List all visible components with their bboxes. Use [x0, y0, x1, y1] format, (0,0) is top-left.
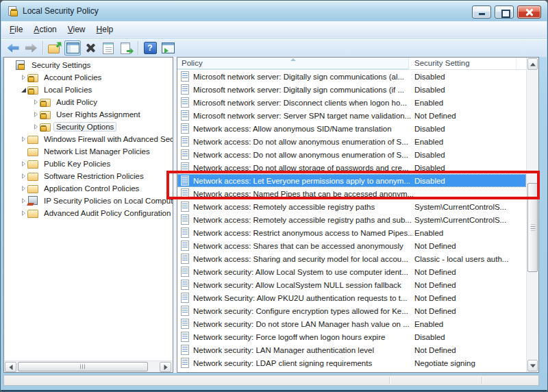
tree-item[interactable]: Public Key Policies	[4, 158, 173, 170]
policy-row[interactable]: Network security: Force logoff when logo…	[177, 330, 526, 343]
tree-item[interactable]: Security Settings	[4, 59, 173, 71]
policy-row[interactable]: Network security: Allow Local System to …	[177, 265, 526, 278]
export-list-button[interactable]	[118, 40, 134, 56]
policy-name: Microsoft network server: Server SPN tar…	[193, 112, 413, 120]
tree-item[interactable]: Audit Policy	[4, 96, 173, 108]
policy-row[interactable]: Network security: Configure encryption t…	[177, 304, 526, 317]
policy-row[interactable]: Network security: LAN Manager authentica…	[177, 343, 526, 356]
policy-row[interactable]: Network access: Remotely accessible regi…	[177, 200, 526, 213]
policy-doc-icon	[181, 110, 189, 121]
policy-row[interactable]: Network access: Named Pipes that can be …	[177, 187, 526, 200]
export-folder-button[interactable]	[47, 40, 63, 56]
security-setting-value: Disabled	[413, 333, 526, 341]
console-tree-pane: Security Settings Account Policies Local…	[3, 57, 173, 373]
policy-doc-icon	[181, 84, 189, 95]
policy-doc-icon	[181, 241, 189, 251]
policy-row[interactable]: Network access: Do not allow storage of …	[177, 161, 526, 174]
expander-icon[interactable]	[20, 160, 27, 168]
expander-icon[interactable]	[20, 74, 27, 82]
expander-icon[interactable]	[20, 197, 27, 205]
tree-item[interactable]: Windows Firewall with Advanced Security	[4, 133, 173, 145]
policy-doc-icon	[181, 188, 189, 199]
back-button[interactable]	[5, 40, 21, 56]
tree-item-label: IP Security Policies on Local Computer	[41, 196, 173, 206]
toolbar	[1, 39, 547, 57]
policy-row[interactable]: Network access: Remotely accessible regi…	[177, 213, 526, 226]
policy-doc-icon	[181, 293, 189, 303]
help-button[interactable]	[142, 40, 158, 56]
menu-item[interactable]: Help	[91, 23, 119, 36]
policy-name: Network security: Allow LocalSystem NULL…	[193, 281, 413, 289]
policy-doc-icon	[181, 228, 189, 238]
titlebar: Local Security Policy	[1, 1, 547, 21]
scroll-right-button[interactable]	[160, 362, 171, 372]
expander-icon[interactable]	[20, 173, 27, 180]
tree-horizontal-scrollbar[interactable]	[4, 360, 173, 372]
menu-bar: FileActionViewHelp	[1, 21, 547, 38]
policy-row[interactable]: Network security: Allow LocalSystem NULL…	[177, 278, 526, 291]
policy-doc-icon	[181, 201, 189, 212]
tree-item-label: Advanced Audit Policy Configuration	[41, 208, 173, 218]
minimize-button[interactable]	[472, 5, 491, 19]
expander-icon[interactable]	[32, 99, 40, 106]
tree-item-label: Software Restriction Policies	[41, 171, 147, 181]
tree-item[interactable]: Local Policies	[4, 84, 173, 96]
column-header-security-setting[interactable]: Security Setting	[409, 58, 516, 69]
policy-row[interactable]: Microsoft network server: Digitally sign…	[177, 70, 526, 83]
policy-row[interactable]: Network access: Restrict anonymous acces…	[177, 226, 526, 239]
expander-icon[interactable]	[8, 62, 15, 69]
tree-item-label: Audit Policy	[53, 97, 100, 107]
horizontal-scroll-thumb[interactable]	[18, 362, 148, 371]
policy-list-pane: Policy Security Setting Microsoft networ…	[177, 57, 539, 373]
console-tree-toggle-button[interactable]	[64, 40, 81, 56]
tree-item[interactable]: IP Security Policies on Local Computer	[4, 195, 173, 207]
tree-item-icon	[27, 196, 39, 206]
security-setting-value: Negotiate signing	[413, 359, 526, 367]
scroll-up-button[interactable]	[527, 58, 538, 70]
expander-icon[interactable]	[20, 148, 27, 156]
tree-item[interactable]: User Rights Assignment	[4, 108, 173, 121]
expander-icon[interactable]	[32, 123, 40, 131]
policy-row[interactable]: Microsoft network server: Disconnect cli…	[177, 96, 526, 109]
tree-item[interactable]: Advanced Audit Policy Configuration	[4, 207, 173, 219]
properties-button[interactable]	[100, 40, 116, 56]
policy-row[interactable]: Network access: Do not allow anonymous e…	[177, 135, 526, 148]
restore-button[interactable]	[495, 5, 514, 19]
expander-icon[interactable]	[20, 136, 27, 143]
tree-item[interactable]: Account Policies	[4, 71, 173, 84]
policy-row[interactable]: Microsoft network server: Digitally sign…	[177, 83, 526, 96]
vertical-scroll-thumb[interactable]	[527, 183, 538, 272]
policy-row[interactable]: Network access: Do not allow anonymous e…	[177, 148, 526, 161]
policy-row[interactable]: Network access: Sharing and security mod…	[177, 252, 526, 265]
tree-item[interactable]: Security Options	[4, 121, 173, 133]
security-setting-value: Disabled	[413, 177, 526, 185]
list-vertical-scrollbar[interactable]	[526, 58, 538, 372]
menu-item[interactable]: File	[4, 23, 28, 36]
tree-item[interactable]: Network List Manager Policies	[4, 145, 173, 158]
policy-row[interactable]: Network security: Do not store LAN Manag…	[177, 317, 526, 330]
policy-row[interactable]: Microsoft network server: Server SPN tar…	[177, 109, 526, 122]
policy-row[interactable]: Network access: Allow anonymous SID/Name…	[177, 122, 526, 135]
policy-row[interactable]: Network security: LDAP client signing re…	[177, 356, 526, 369]
menu-item[interactable]: Action	[28, 23, 62, 36]
menu-item[interactable]: View	[62, 23, 91, 36]
scroll-down-button[interactable]	[527, 360, 538, 371]
policy-row[interactable]: Network access: Let Everyone permissions…	[177, 174, 526, 187]
column-label-security-setting: Security Setting	[414, 59, 470, 67]
expander-icon[interactable]	[20, 210, 27, 217]
tree: Security Settings Account Policies Local…	[4, 59, 173, 360]
column-header-policy[interactable]: Policy	[177, 58, 409, 69]
expander-icon[interactable]	[20, 86, 27, 94]
tree-item[interactable]: Application Control Policies	[4, 182, 173, 195]
new-window-button[interactable]	[160, 40, 176, 56]
tree-item[interactable]: Software Restriction Policies	[4, 170, 173, 182]
close-button[interactable]	[517, 5, 541, 19]
policy-row[interactable]: Network access: Shares that can be acces…	[177, 239, 526, 252]
policy-row[interactable]: Network Security: Allow PKU2U authentica…	[177, 291, 526, 304]
forward-button[interactable]	[23, 40, 39, 56]
policy-name: Network security: LAN Manager authentica…	[193, 346, 413, 354]
delete-button[interactable]	[82, 40, 99, 56]
scroll-left-button[interactable]	[5, 362, 16, 372]
expander-icon[interactable]	[20, 185, 27, 193]
expander-icon[interactable]	[32, 111, 40, 119]
